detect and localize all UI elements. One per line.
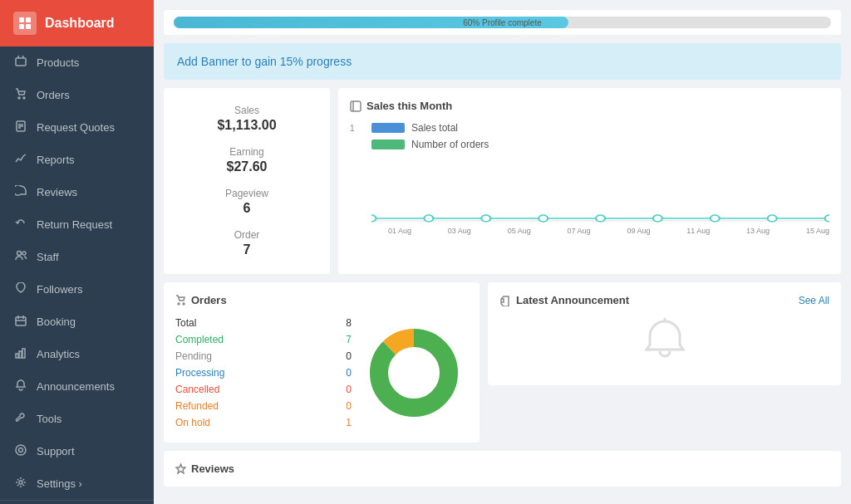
order-value-pending: 0 xyxy=(346,350,352,362)
announcement-title: Latest Announcement See All xyxy=(499,294,829,306)
sidebar-item-orders[interactable]: Orders xyxy=(0,79,154,111)
svg-rect-2 xyxy=(19,24,24,29)
x-label-2: 03 Aug xyxy=(448,227,471,235)
legend-color-green xyxy=(371,139,405,149)
orders-table: Total 8 Completed 7 Pending 0 Processing… xyxy=(175,315,352,431)
sidebar-item-request-quotes[interactable]: Request Quotes xyxy=(0,111,154,144)
banner[interactable]: Add Banner to gain 15% progress xyxy=(164,43,841,80)
svg-rect-18 xyxy=(19,351,22,358)
sidebar-title: Dashboard xyxy=(45,16,115,31)
svg-rect-1 xyxy=(26,17,31,22)
support-icon xyxy=(13,444,28,458)
tools-icon xyxy=(13,412,28,426)
sidebar-item-reports[interactable]: Reports xyxy=(0,144,154,176)
sidebar-item-settings[interactable]: Settings › xyxy=(0,467,154,500)
sidebar-item-tools[interactable]: Tools xyxy=(0,403,154,435)
sidebar-label-analytics: Analytics xyxy=(37,348,80,360)
stat-pageview: Pageview 6 xyxy=(180,188,313,216)
sidebar-label-reviews: Reviews xyxy=(37,186,77,198)
stats-card: Sales $1,113.00 Earning $27.60 Pageview … xyxy=(164,88,330,274)
sidebar-label-products: Products xyxy=(37,56,79,69)
x-label-3: 05 Aug xyxy=(508,227,531,235)
order-label-cancelled: Cancelled xyxy=(175,384,219,395)
order-label-pending: Pending xyxy=(175,350,212,362)
x-label-4: 07 Aug xyxy=(568,227,591,235)
orders-announcement-row: Orders Total 8 Completed 7 Pending 0 xyxy=(164,282,841,443)
announcement-card: Latest Announcement See All xyxy=(488,282,841,385)
stat-sales: Sales $1,113.00 xyxy=(180,105,313,133)
announcements-icon xyxy=(13,379,28,394)
return-request-icon xyxy=(13,218,28,232)
right-col: Latest Announcement See All xyxy=(488,282,841,443)
svg-marker-42 xyxy=(176,464,185,473)
sidebar-item-announcements[interactable]: Announcements xyxy=(0,370,154,403)
order-row-pending: Pending 0 xyxy=(175,348,352,365)
chart-card: Sales this Month 1 Sales total Number of… xyxy=(338,88,841,274)
x-label-5: 09 Aug xyxy=(627,227,650,235)
see-all-link[interactable]: See All xyxy=(799,295,829,306)
legend-num-orders: Number of orders xyxy=(371,139,829,150)
sidebar-label-followers: Followers xyxy=(37,283,83,296)
svg-rect-19 xyxy=(22,349,25,358)
main-content: 60% Profile complete Add Banner to gain … xyxy=(154,0,851,504)
order-value-processing: 0 xyxy=(346,367,352,379)
svg-rect-24 xyxy=(351,101,361,111)
svg-rect-4 xyxy=(16,58,26,66)
orders-card: Orders Total 8 Completed 7 Pending 0 xyxy=(164,282,480,443)
svg-rect-3 xyxy=(26,24,31,29)
svg-rect-17 xyxy=(16,354,18,358)
order-value-total: 8 xyxy=(346,317,352,329)
sidebar-item-reviews[interactable]: Reviews xyxy=(0,176,154,208)
request-quotes-icon xyxy=(13,120,28,135)
svg-point-36 xyxy=(178,303,180,305)
sidebar-item-support[interactable]: Support xyxy=(0,435,154,467)
sidebar-item-followers[interactable]: Followers xyxy=(0,273,154,306)
donut-svg xyxy=(360,319,468,427)
sidebar-item-analytics[interactable]: Analytics xyxy=(0,338,154,370)
sidebar-label-support: Support xyxy=(37,445,75,458)
svg-point-22 xyxy=(19,481,22,484)
svg-point-5 xyxy=(18,97,20,99)
stat-order-label: Order xyxy=(180,229,313,241)
reviews-icon xyxy=(13,185,28,199)
orders-content: Total 8 Completed 7 Pending 0 Processing… xyxy=(175,315,468,431)
announcement-title-text: Latest Announcement xyxy=(516,294,629,306)
svg-point-30 xyxy=(539,215,548,222)
svg-rect-0 xyxy=(19,17,24,22)
stat-earning-value: $27.60 xyxy=(180,159,313,174)
followers-icon xyxy=(13,282,28,296)
svg-point-6 xyxy=(23,97,25,99)
staff-icon xyxy=(13,250,28,264)
products-icon xyxy=(13,56,28,70)
sidebar-item-staff[interactable]: Staff xyxy=(0,241,154,273)
sidebar-label-request-quotes: Request Quotes xyxy=(37,121,115,134)
chart-legend: Sales total Number of orders xyxy=(371,122,829,150)
order-row-refunded: Refunded 0 xyxy=(175,398,352,414)
svg-point-34 xyxy=(768,215,777,222)
sidebar-item-booking[interactable]: Booking xyxy=(0,306,154,338)
x-label-8: 15 Aug xyxy=(806,227,829,235)
banner-text: Add Banner to gain 15% progress xyxy=(177,55,352,68)
sidebar-item-products[interactable]: Products xyxy=(0,46,154,79)
reviews-card: Reviews xyxy=(164,451,841,487)
sidebar-item-return-request[interactable]: Return Request xyxy=(0,208,154,241)
announcement-bell-icon xyxy=(499,315,829,374)
stat-sales-label: Sales xyxy=(180,105,313,116)
svg-point-33 xyxy=(711,215,720,222)
legend-orders-label: Number of orders xyxy=(411,139,489,150)
legend-color-blue xyxy=(371,123,405,133)
legend-sales-total: Sales total xyxy=(371,122,829,134)
svg-point-28 xyxy=(424,215,433,222)
orders-title: Orders xyxy=(175,294,468,306)
svg-point-31 xyxy=(596,215,605,222)
svg-point-37 xyxy=(183,303,184,305)
order-label-refunded: Refunded xyxy=(175,400,219,412)
sidebar-label-announcements: Announcements xyxy=(37,380,115,393)
svg-point-21 xyxy=(19,448,23,453)
settings-icon xyxy=(13,477,28,491)
svg-point-12 xyxy=(22,252,26,255)
svg-point-35 xyxy=(824,215,829,222)
svg-rect-13 xyxy=(16,317,26,325)
sidebar-label-staff: Staff xyxy=(37,251,59,263)
sidebar-header[interactable]: Dashboard xyxy=(0,0,154,46)
